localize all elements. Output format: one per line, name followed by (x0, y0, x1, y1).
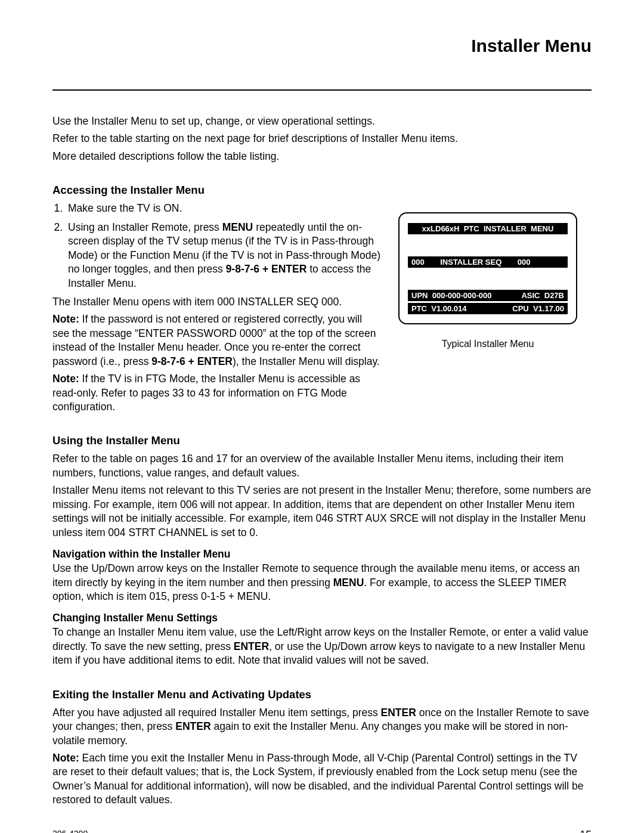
page-title: Installer Menu (52, 36, 592, 56)
step-1: Make sure the TV is ON. (66, 202, 382, 215)
exiting-body: After you have adjusted all required Ins… (52, 706, 592, 811)
nav-menu: MENU (333, 577, 364, 589)
upn-label: UPN (411, 291, 428, 300)
chg-enter: ENTER (234, 640, 269, 652)
upn-value: 000-000-000-000 (432, 291, 492, 300)
note2-lead: Note: (52, 373, 82, 385)
asic-label: ASIC (521, 291, 540, 300)
subhead-navigation: Navigation within the Installer Menu (52, 548, 592, 561)
step2-code: 9-8-7-6 + ENTER (226, 263, 307, 275)
note1-code: 9-8-7-6 + ENTER (151, 355, 233, 367)
ptc-label: PTC (411, 304, 427, 313)
ptc-value: V1.00.014 (431, 304, 466, 313)
exiting-p1: After you have adjusted all required Ins… (52, 706, 592, 748)
using-p2: Installer Menu items not relevant to thi… (52, 484, 592, 540)
note-password: Note: If the password is not entered or … (52, 312, 382, 368)
menu-row-item: 000 INSTALLER SEQ 000 (408, 256, 568, 268)
exit-a: After you have adjusted all required Ins… (52, 707, 381, 719)
menu-illustration-column: xxLD66xH PTC INSTALLER MENU 000 INSTALLE… (398, 202, 577, 417)
step2-menu: MENU (222, 221, 253, 233)
title-rule (52, 89, 592, 91)
step-2: Using an Installer Remote, press MENU re… (66, 221, 382, 290)
intro-line-3: More detailed descriptions follow the ta… (52, 150, 592, 163)
page-footer: 206-4200 15 (52, 811, 592, 833)
changing-body: To change an Installer Menu item value, … (52, 625, 592, 667)
exit-enter2: ENTER (175, 720, 210, 732)
intro-line-1: Use the Installer Menu to set up, change… (52, 114, 592, 128)
menu-caption: Typical Installer Menu (398, 339, 577, 349)
menu-item-val: 000 (518, 258, 531, 267)
note-ftg: Note: If the TV is in FTG Mode, the Inst… (52, 372, 382, 414)
navigation-body: Use the Up/Down arrow keys on the Instal… (52, 562, 592, 603)
menu-item-num: 000 (411, 258, 425, 267)
menu-row-ptc: PTC V1.00.014 CPU V1.17.00 (408, 303, 568, 314)
asic-value: D27B (544, 291, 564, 300)
note1-b: ), the Installer Menu will display. (233, 355, 380, 367)
note2-body: If the TV is in FTG Mode, the Installer … (52, 373, 360, 413)
using-p1: Refer to the table on pages 16 and 17 fo… (52, 452, 592, 480)
using-body: Refer to the table on pages 16 and 17 fo… (52, 452, 592, 671)
cpu-label: CPU (512, 304, 528, 313)
page-number: 15 (580, 829, 592, 833)
exit-enter1: ENTER (381, 707, 416, 719)
accessing-body: Make sure the TV is ON. Using an Install… (52, 202, 382, 417)
exiting-note: Note: Each time you exit the Installer M… (52, 751, 592, 807)
menu-item-name: INSTALLER SEQ (440, 258, 501, 267)
exit-note-body: Each time you exit the Installer Menu in… (52, 752, 583, 806)
heading-exiting: Exiting the Installer Menu and Activatin… (52, 688, 592, 701)
doc-number: 206-4200 (52, 829, 88, 833)
step2-part-a: Using an Installer Remote, press (68, 221, 222, 233)
menu-row-upn: UPN 000-000-000-000 ASIC D27B (408, 290, 568, 301)
exit-note-lead: Note: (52, 752, 82, 764)
opens-with: The Installer Menu opens with item 000 I… (52, 295, 382, 309)
accessing-steps: Make sure the TV is ON. Using an Install… (52, 202, 382, 290)
intro-line-2: Refer to the table starting on the next … (52, 132, 592, 145)
installer-menu-box: xxLD66xH PTC INSTALLER MENU 000 INSTALLE… (398, 212, 577, 324)
heading-using: Using the Installer Menu (52, 434, 592, 447)
heading-accessing: Accessing the Installer Menu (52, 184, 592, 197)
menu-row-header: xxLD66xH PTC INSTALLER MENU (408, 223, 568, 234)
note1-lead: Note: (52, 313, 82, 325)
menu-header-text: xxLD66xH PTC INSTALLER MENU (422, 224, 554, 233)
intro-block: Use the Installer Menu to set up, change… (52, 114, 592, 167)
cpu-value: V1.17.00 (533, 304, 564, 313)
subhead-changing: Changing Installer Menu Settings (52, 612, 592, 624)
